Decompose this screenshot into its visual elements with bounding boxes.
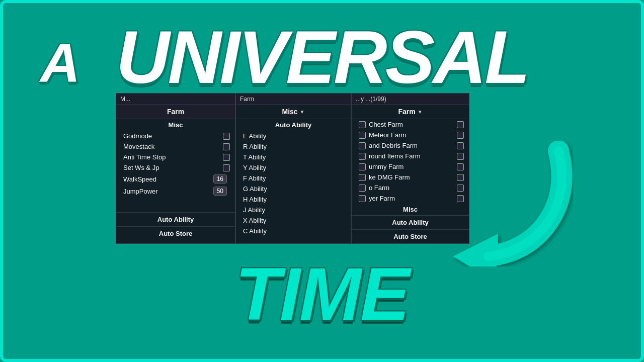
row-and-debris-farm: and Debris Farm <box>352 140 469 151</box>
row-jumppower: JumpPower 50 <box>116 185 235 197</box>
j-ability-label: J Ability <box>243 206 346 214</box>
panel-farm-misc: M... Farm Misc Godmode Movestack Anti Ti… <box>116 93 235 244</box>
h-ability-label: H Ability <box>243 196 346 203</box>
e-ability-label: E Ability <box>243 132 346 140</box>
f-ability-label: F Ability <box>243 174 346 182</box>
panel3-footer2[interactable]: Auto Store <box>352 229 469 243</box>
row-set-ws-jp: Set Ws & Jp <box>116 162 235 173</box>
meteor-farm-checkbox2[interactable] <box>457 132 464 139</box>
ke-dmg-label: ke DMG Farm <box>369 173 457 181</box>
godmode-checkbox[interactable] <box>223 133 230 140</box>
and-debris-checkbox2[interactable] <box>457 142 464 149</box>
r-ability-label: R Ability <box>243 143 346 150</box>
row-chest-farm: Chest Farm <box>352 119 469 130</box>
yer-farm-checkbox2[interactable] <box>457 195 464 202</box>
row-meteor-farm: Meteor Farm <box>352 130 469 140</box>
row-r-ability: R Ability <box>236 141 351 152</box>
ke-dmg-checkbox[interactable] <box>359 174 366 181</box>
row-f-ability: F Ability <box>236 173 351 184</box>
and-debris-checkbox[interactable] <box>359 142 366 149</box>
set-ws-jp-checkbox[interactable] <box>223 164 230 171</box>
row-godmode: Godmode <box>116 131 235 141</box>
panel1-top-text: M... <box>120 96 130 103</box>
row-g-ability: G Ability <box>236 184 351 194</box>
movestack-checkbox[interactable] <box>223 143 230 150</box>
g-ability-label: G Ability <box>243 185 346 193</box>
o-farm-label: o Farm <box>369 184 457 192</box>
panel3-top-partial: ...y ...(1/99) <box>352 94 469 105</box>
walkspeed-value[interactable]: 16 <box>213 174 227 184</box>
row-o-farm: o Farm <box>352 183 469 193</box>
panel1-top-partial: M... <box>116 94 235 105</box>
title-universal: UNIVERSAL <box>25 20 619 95</box>
ke-dmg-checkbox2[interactable] <box>457 174 464 181</box>
panels-container: M... Farm Misc Godmode Movestack Anti Ti… <box>116 93 469 244</box>
round-items-checkbox2[interactable] <box>457 153 464 160</box>
anti-time-stop-checkbox[interactable] <box>223 154 230 161</box>
round-items-label: round Items Farm <box>369 152 457 160</box>
row-round-items-farm: round Items Farm <box>352 151 469 161</box>
panel2-header: Misc <box>282 108 297 116</box>
meteor-farm-checkbox[interactable] <box>359 132 366 139</box>
chest-farm-label: Chest Farm <box>369 121 457 128</box>
panel1-footer1[interactable]: Auto Ability <box>116 212 235 226</box>
movestack-label: Movestack <box>123 143 223 150</box>
row-ke-dmg-farm: ke DMG Farm <box>352 172 469 183</box>
panel3-footer1[interactable]: Auto Ability <box>352 215 469 229</box>
row-yer-farm: yer Farm <box>352 193 469 204</box>
godmode-label: Godmode <box>123 132 223 140</box>
row-ummy-farm: ummy Farm <box>352 161 469 172</box>
row-walkspeed: WalkSpeed 16 <box>116 173 235 185</box>
panel1-section: Misc <box>116 119 235 131</box>
row-t-ability: T Ability <box>236 152 351 162</box>
jumppower-value[interactable]: 50 <box>213 187 227 196</box>
walkspeed-label: WalkSpeed <box>123 175 213 183</box>
c-ability-label: C Ability <box>243 227 346 235</box>
panel3-top-text: ...y ...(1/99) <box>356 96 386 103</box>
row-j-ability: J Ability <box>236 205 351 215</box>
row-e-ability: E Ability <box>236 131 351 141</box>
o-farm-checkbox[interactable] <box>359 185 366 192</box>
y-ability-label: Y Ability <box>243 164 346 171</box>
panel2-dropdown-arrow[interactable]: ▼ <box>300 109 305 115</box>
ummy-farm-label: ummy Farm <box>369 163 457 170</box>
row-anti-time-stop: Anti Time Stop <box>116 152 235 162</box>
panel3-header: Farm <box>398 108 415 116</box>
panel1-header: Farm <box>116 105 235 119</box>
jumppower-label: JumpPower <box>123 188 213 195</box>
panel2-header-row: Misc ▼ <box>236 105 351 119</box>
anti-time-stop-label: Anti Time Stop <box>123 153 223 161</box>
panel2-top-partial: Farm <box>236 94 351 105</box>
and-debris-label: and Debris Farm <box>369 142 457 149</box>
panel3-misc-section: Misc <box>352 204 469 215</box>
row-movestack: Movestack <box>116 141 235 152</box>
ummy-farm-checkbox[interactable] <box>359 163 366 170</box>
chest-farm-checkbox2[interactable] <box>457 121 464 128</box>
chest-farm-checkbox[interactable] <box>359 121 366 128</box>
row-x-ability: X Ability <box>236 215 351 226</box>
panel2-section: Auto Ability <box>236 119 351 131</box>
row-c-ability: C Ability <box>236 226 351 236</box>
x-ability-label: X Ability <box>243 217 346 224</box>
row-y-ability: Y Ability <box>236 162 351 173</box>
panel3-header-row: Farm ▼ <box>352 105 469 119</box>
meteor-farm-label: Meteor Farm <box>369 131 457 139</box>
ummy-farm-checkbox2[interactable] <box>457 163 464 170</box>
panel3-dropdown-arrow[interactable]: ▼ <box>418 109 423 115</box>
title-time: TIME <box>235 251 409 337</box>
set-ws-jp-label: Set Ws & Jp <box>123 164 223 171</box>
panel-farm-list: ...y ...(1/99) Farm ▼ Chest Farm Meteor … <box>351 93 469 244</box>
panel2-top-text: Farm <box>240 96 254 103</box>
yer-farm-label: yer Farm <box>369 195 457 202</box>
round-items-checkbox[interactable] <box>359 153 366 160</box>
panel-misc-ability: Farm Misc ▼ Auto Ability E Ability R Abi… <box>235 93 351 244</box>
t-ability-label: T Ability <box>243 153 346 161</box>
yer-farm-checkbox[interactable] <box>359 195 366 202</box>
row-h-ability: H Ability <box>236 194 351 205</box>
panel1-footer2[interactable]: Auto Store <box>116 226 235 240</box>
o-farm-checkbox2[interactable] <box>457 185 464 192</box>
